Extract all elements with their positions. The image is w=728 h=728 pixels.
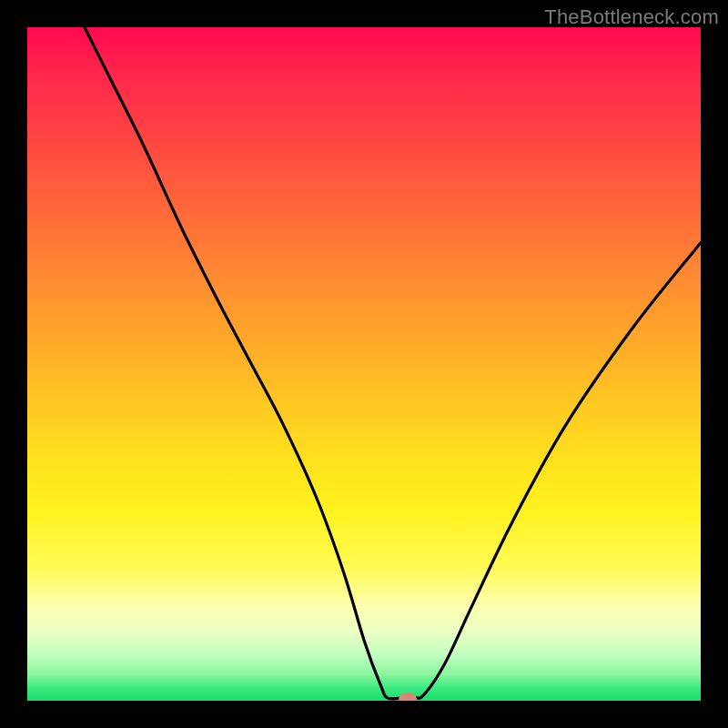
watermark-text: TheBottleneck.com <box>544 5 719 29</box>
bottleneck-curve <box>85 27 701 699</box>
plot-area <box>27 27 701 701</box>
curve-layer <box>27 27 701 701</box>
chart-frame: TheBottleneck.com <box>0 0 728 728</box>
minimum-marker <box>399 693 417 701</box>
